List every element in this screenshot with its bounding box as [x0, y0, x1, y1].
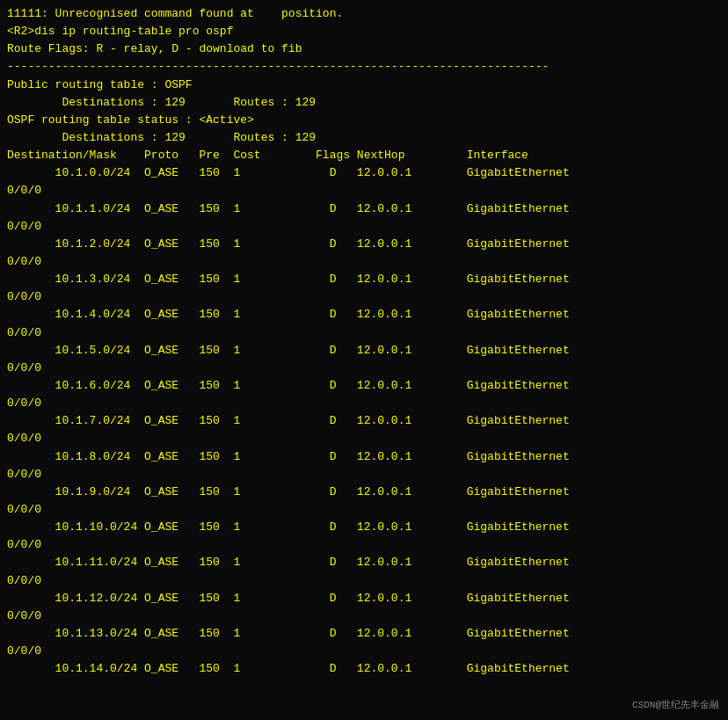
terminal-line: 10.1.13.0/24 O_ASE 150 1 D 12.0.0.1 Giga… [7, 625, 721, 643]
terminal-line: 0/0/0 [7, 572, 721, 590]
terminal-line: 0/0/0 [7, 466, 721, 484]
terminal-line: Route Flags: R - relay, D - download to … [7, 40, 721, 58]
terminal-line: 0/0/0 [7, 288, 721, 306]
terminal-window: 11111: Unrecognised command found at pos… [0, 0, 728, 720]
terminal-line: OSPF routing table status : <Active> [7, 112, 721, 129]
terminal-line: 10.1.6.0/24 O_ASE 150 1 D 12.0.0.1 Gigab… [7, 377, 721, 395]
terminal-line: 10.1.1.0/24 O_ASE 150 1 D 12.0.0.1 Gigab… [7, 200, 721, 218]
terminal-line: 10.1.2.0/24 O_ASE 150 1 D 12.0.0.1 Gigab… [7, 236, 721, 253]
terminal-line: Public routing table : OSPF [7, 76, 721, 94]
terminal-line: 0/0/0 [7, 182, 721, 200]
terminal-line: 0/0/0 [7, 360, 721, 377]
terminal-line: 10.1.14.0/24 O_ASE 150 1 D 12.0.0.1 Giga… [7, 660, 721, 678]
terminal-line: Destination/Mask Proto Pre Cost Flags Ne… [7, 147, 721, 164]
terminal-line: 0/0/0 [7, 607, 721, 625]
terminal-line: 10.1.9.0/24 O_ASE 150 1 D 12.0.0.1 Gigab… [7, 484, 721, 501]
terminal-line: 10.1.3.0/24 O_ASE 150 1 D 12.0.0.1 Gigab… [7, 271, 721, 288]
terminal-line: 10.1.0.0/24 O_ASE 150 1 D 12.0.0.1 Gigab… [7, 164, 721, 182]
terminal-line: ----------------------------------------… [7, 58, 721, 76]
terminal-line: Destinations : 129 Routes : 129 [7, 94, 721, 112]
terminal-line: 0/0/0 [7, 501, 721, 519]
terminal-line: 0/0/0 [7, 643, 721, 660]
terminal-line: Destinations : 129 Routes : 129 [7, 129, 721, 147]
terminal-line: 0/0/0 [7, 218, 721, 236]
watermark-text: CSDN@世纪先丰金融 [632, 698, 719, 711]
terminal-line: 10.1.11.0/24 O_ASE 150 1 D 12.0.0.1 Giga… [7, 554, 721, 571]
terminal-line: 0/0/0 [7, 395, 721, 412]
terminal-line: 11111: Unrecognised command found at pos… [7, 5, 721, 23]
terminal-line: 10.1.4.0/24 O_ASE 150 1 D 12.0.0.1 Gigab… [7, 306, 721, 324]
terminal-line: 0/0/0 [7, 253, 721, 271]
terminal-line: 0/0/0 [7, 324, 721, 342]
terminal-line: 10.1.5.0/24 O_ASE 150 1 D 12.0.0.1 Gigab… [7, 342, 721, 360]
terminal-line: 0/0/0 [7, 536, 721, 554]
terminal-line: 10.1.12.0/24 O_ASE 150 1 D 12.0.0.1 Giga… [7, 590, 721, 607]
terminal-line: 10.1.8.0/24 O_ASE 150 1 D 12.0.0.1 Gigab… [7, 448, 721, 466]
terminal-line: 0/0/0 [7, 430, 721, 447]
terminal-line: 10.1.7.0/24 O_ASE 150 1 D 12.0.0.1 Gigab… [7, 412, 721, 430]
terminal-line: 10.1.10.0/24 O_ASE 150 1 D 12.0.0.1 Giga… [7, 519, 721, 536]
terminal-line: <R2>dis ip routing-table pro ospf [7, 23, 721, 40]
